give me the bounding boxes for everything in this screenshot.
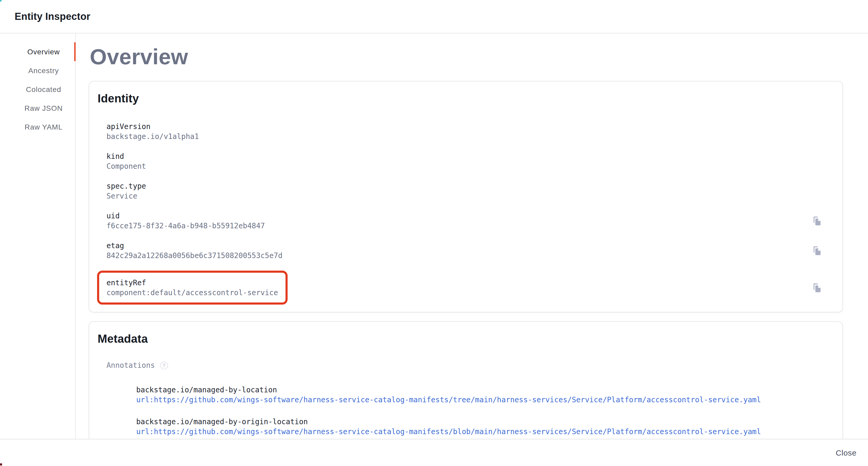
copy-icon bbox=[812, 216, 822, 226]
tab-ancestry[interactable]: Ancestry bbox=[0, 61, 75, 80]
field-uid-label: uid bbox=[106, 211, 265, 221]
tab-colocated-label: Colocated bbox=[26, 85, 61, 93]
metadata-card-title: Metadata bbox=[98, 332, 834, 346]
entity-inspector-dialog: Entity Inspector Overview Ancestry Coloc… bbox=[0, 0, 868, 466]
screen-edge-artifact bbox=[0, 463, 2, 465]
identity-fields: apiVersion backstage.io/v1alpha1 kind Co… bbox=[98, 122, 834, 304]
tab-raw-yaml[interactable]: Raw YAML bbox=[0, 118, 75, 136]
annotations-label: Annotations bbox=[106, 361, 155, 369]
field-kind-label: kind bbox=[106, 151, 146, 162]
tab-raw-yaml-label: Raw YAML bbox=[25, 123, 62, 131]
field-apiversion: apiVersion backstage.io/v1alpha1 bbox=[106, 122, 823, 142]
annotation-url-link[interactable]: url:https://github.com/wings-software/ha… bbox=[136, 427, 761, 437]
copy-etag-button[interactable] bbox=[807, 241, 827, 261]
annotation-key: backstage.io/managed-by-location bbox=[136, 385, 834, 395]
field-entityref-label: entityRef bbox=[106, 278, 278, 288]
tab-panel-overview: Overview Identity apiVersion backstage.i… bbox=[76, 33, 868, 439]
field-spec-type-label: spec.type bbox=[106, 181, 146, 191]
inspector-tabs: Overview Ancestry Colocated Raw JSON Raw… bbox=[0, 33, 76, 439]
field-entityref-value: component:default/accesscontrol-service bbox=[106, 288, 278, 298]
tab-raw-json[interactable]: Raw JSON bbox=[0, 99, 75, 118]
tab-raw-json-label: Raw JSON bbox=[25, 104, 63, 112]
copy-entityref-button[interactable] bbox=[807, 278, 827, 297]
screen-edge-artifact bbox=[0, 0, 2, 2]
metadata-card: Metadata Annotations ? backstage.io/mana… bbox=[89, 321, 843, 439]
field-apiversion-value: backstage.io/v1alpha1 bbox=[106, 132, 199, 142]
field-spec-type-value: Service bbox=[106, 191, 146, 201]
field-etag-value: 842c29a2a12268a0056be6c371508200553c5e7d bbox=[106, 251, 282, 261]
tab-colocated[interactable]: Colocated bbox=[0, 80, 75, 99]
annotation-url-link[interactable]: url:https://github.com/wings-software/ha… bbox=[136, 395, 761, 405]
field-spec-type: spec.type Service bbox=[106, 181, 823, 201]
copy-uid-button[interactable] bbox=[807, 211, 827, 231]
dialog-header: Entity Inspector bbox=[0, 0, 868, 33]
help-circle-icon[interactable]: ? bbox=[160, 361, 168, 369]
field-kind-value: Component bbox=[106, 162, 146, 171]
close-button[interactable]: Close bbox=[832, 445, 861, 460]
annotation-managed-by-location: backstage.io/managed-by-location url:htt… bbox=[136, 385, 834, 405]
field-uid: uid f6cce175-8f32-4a6a-b948-b55912eb4847 bbox=[106, 211, 823, 231]
copy-icon bbox=[812, 245, 822, 256]
field-apiversion-label: apiVersion bbox=[106, 122, 199, 132]
tab-ancestry-label: Ancestry bbox=[28, 66, 59, 75]
page-title: Overview bbox=[90, 45, 868, 69]
dialog-footer: Close bbox=[0, 439, 868, 466]
active-tab-indicator bbox=[74, 42, 76, 61]
field-kind: kind Component bbox=[106, 151, 823, 171]
entityref-highlight-ring: entityRef component:default/accesscontro… bbox=[97, 271, 287, 304]
dialog-body: Overview Ancestry Colocated Raw JSON Raw… bbox=[0, 33, 868, 439]
annotations-list: backstage.io/managed-by-location url:htt… bbox=[98, 385, 834, 437]
field-etag: etag 842c29a2a12268a0056be6c371508200553… bbox=[106, 241, 823, 261]
annotation-key: backstage.io/managed-by-origin-location bbox=[136, 417, 834, 427]
field-etag-label: etag bbox=[106, 241, 282, 251]
copy-icon bbox=[812, 282, 822, 293]
annotation-managed-by-origin-location: backstage.io/managed-by-origin-location … bbox=[136, 417, 834, 437]
annotations-header: Annotations ? bbox=[98, 361, 834, 369]
field-uid-value: f6cce175-8f32-4a6a-b948-b55912eb4847 bbox=[106, 221, 265, 231]
identity-card: Identity apiVersion backstage.io/v1alpha… bbox=[89, 81, 843, 312]
tab-overview[interactable]: Overview bbox=[0, 42, 75, 61]
tab-overview-label: Overview bbox=[27, 48, 60, 56]
identity-card-title: Identity bbox=[98, 91, 834, 106]
field-entityref: entityRef component:default/accesscontro… bbox=[106, 271, 823, 304]
dialog-title: Entity Inspector bbox=[14, 11, 90, 22]
